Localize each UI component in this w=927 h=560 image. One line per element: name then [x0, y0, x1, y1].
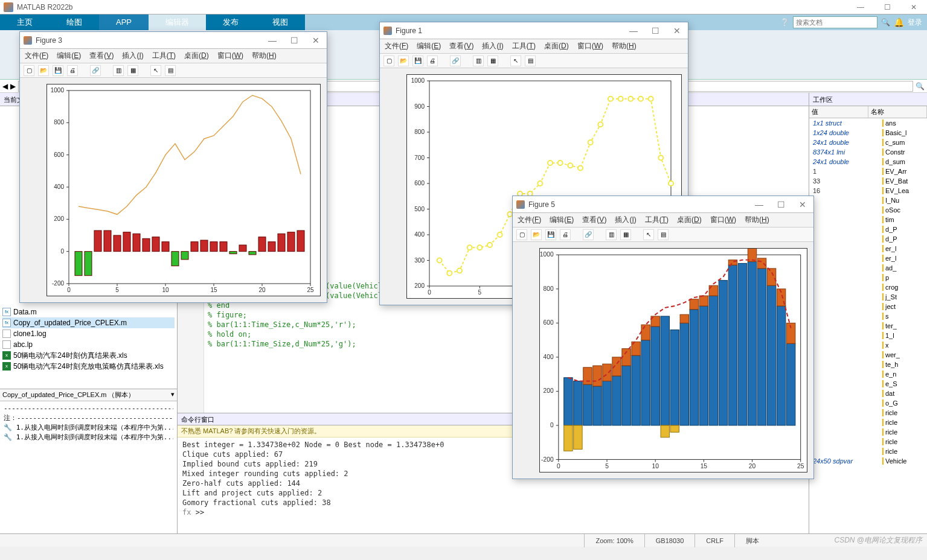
workspace-row[interactable]: ter_	[809, 321, 927, 331]
figure-menu-item[interactable]: 插入(I)	[615, 215, 636, 225]
workspace-row[interactable]: 24x1 doubled_sum	[809, 157, 927, 167]
workspace-row[interactable]: 24x50 sdpvarVehicle	[809, 456, 927, 466]
workspace-row[interactable]: p	[809, 273, 927, 282]
doc-search-input[interactable]	[793, 16, 877, 28]
figure-menu-item[interactable]: 桌面(D)	[544, 41, 569, 51]
workspace-row[interactable]: e_S	[809, 379, 927, 389]
workspace-row[interactable]: 33EV_Bat	[809, 176, 927, 186]
save-icon[interactable]: 💾	[545, 229, 556, 240]
print-icon[interactable]: 🖨	[67, 65, 78, 76]
workspace-row[interactable]: ricle	[809, 437, 927, 447]
file-item[interactable]: fxCopy_of_updated_Price_CPLEX.m	[2, 317, 175, 328]
tab-view[interactable]: 视图	[255, 14, 305, 30]
file-item[interactable]: fxData.m	[2, 307, 175, 317]
quickstart-link[interactable]: 快速入门	[268, 427, 294, 434]
tab-app[interactable]: APP	[99, 14, 149, 30]
save-icon[interactable]: 💾	[412, 56, 423, 66]
workspace-row[interactable]: 8374x1 lmiConstr	[809, 147, 927, 157]
minimize-button[interactable]: —	[748, 200, 770, 209]
pointer-icon[interactable]: ↖	[643, 229, 654, 240]
rotate-icon[interactable]: ▥	[113, 65, 124, 76]
workspace-row[interactable]: tim	[809, 215, 927, 224]
tab-home[interactable]: 主页	[0, 14, 50, 30]
maximize-button[interactable]: ☐	[874, 0, 900, 14]
open-icon[interactable]: 📂	[531, 229, 542, 240]
workspace-row[interactable]: j_St	[809, 292, 927, 302]
file-item[interactable]: clone1.log	[2, 328, 175, 339]
workspace-row[interactable]: 16EV_Lea	[809, 186, 927, 196]
print-icon[interactable]: 🖨	[427, 56, 438, 66]
link-icon[interactable]: 🔗	[90, 65, 101, 76]
grid-icon[interactable]: ▦	[620, 229, 631, 240]
workspace-row[interactable]: o_G	[809, 398, 927, 408]
open-icon[interactable]: 📂	[398, 56, 409, 66]
minimize-button[interactable]: —	[261, 36, 283, 45]
workspace-row[interactable]: te_h	[809, 360, 927, 369]
help-icon[interactable]: ❔	[780, 18, 789, 27]
workspace-row[interactable]: d_P	[809, 234, 927, 244]
workspace-row[interactable]: ricle	[809, 408, 927, 418]
workspace-row[interactable]: er_l	[809, 244, 927, 253]
search-icon[interactable]: 🔍	[881, 18, 890, 27]
col-name[interactable]: 名称	[868, 106, 928, 118]
open-icon[interactable]: 📂	[38, 65, 49, 76]
workspace-row[interactable]: dat	[809, 389, 927, 398]
col-value[interactable]: 值	[809, 106, 868, 118]
figure5-axes[interactable]: 0510152025-20002004006008001000	[539, 248, 807, 472]
link-icon[interactable]: 🔗	[583, 229, 594, 240]
figure-menu-item[interactable]: 工具(T)	[152, 51, 176, 61]
print-icon[interactable]: 🖨	[560, 229, 571, 240]
rotate-icon[interactable]: ▥	[473, 56, 484, 66]
login-link[interactable]: 登录	[908, 18, 922, 28]
grid-icon[interactable]: ▦	[487, 56, 498, 66]
close-button[interactable]: ✕	[666, 26, 688, 36]
file-item[interactable]: x50辆电动汽车24时刻充放电策略仿真结果表.xls	[2, 361, 175, 372]
close-button[interactable]: ✕	[305, 36, 327, 45]
workspace-row[interactable]: I_Nu	[809, 196, 927, 205]
figure-menu-item[interactable]: 插入(I)	[482, 41, 503, 51]
tab-editor[interactable]: 编辑器	[149, 14, 206, 30]
new-icon[interactable]: ▢	[24, 65, 34, 76]
figure-menu-item[interactable]: 插入(I)	[122, 51, 143, 61]
tab-plot[interactable]: 绘图	[50, 14, 99, 30]
figure-menu-item[interactable]: 文件(F)	[385, 41, 408, 51]
new-icon[interactable]: ▢	[516, 229, 527, 240]
figure-menu-item[interactable]: 文件(F)	[518, 215, 541, 225]
grid-icon[interactable]: ▦	[127, 65, 138, 76]
save-icon[interactable]: 💾	[53, 65, 63, 76]
workspace-row[interactable]: ricle	[809, 418, 927, 427]
figure-menu-item[interactable]: 帮助(H)	[252, 51, 277, 61]
figure-menu-item[interactable]: 帮助(H)	[612, 41, 637, 51]
figure-menu-item[interactable]: 窗口(W)	[217, 51, 243, 61]
rotate-icon[interactable]: ▥	[606, 229, 617, 240]
figure-menu-item[interactable]: 工具(T)	[645, 215, 669, 225]
workspace-row[interactable]: d_P	[809, 224, 927, 234]
maximize-button[interactable]: ☐	[283, 36, 305, 45]
figure-menu-item[interactable]: 桌面(D)	[184, 51, 209, 61]
figure3-window[interactable]: Figure 3 — ☐ ✕ 文件(F)编辑(E)查看(V)插入(I)工具(T)…	[19, 31, 327, 303]
figure-menu-item[interactable]: 查看(V)	[89, 51, 114, 61]
figure5-window[interactable]: Figure 5 — ☐ ✕ 文件(F)编辑(E)查看(V)插入(I)工具(T)…	[512, 196, 814, 479]
tab-publish[interactable]: 发布	[206, 14, 255, 30]
workspace-row[interactable]: oSoc	[809, 205, 927, 215]
figure-menu-item[interactable]: 工具(T)	[512, 41, 536, 51]
search-icon[interactable]: 🔍	[916, 82, 925, 91]
pointer-icon[interactable]: ↖	[150, 65, 161, 76]
notification-bell-icon[interactable]: 🔔	[894, 18, 904, 27]
maximize-button[interactable]: ☐	[770, 200, 792, 209]
dropdown-icon[interactable]: ▾	[171, 390, 175, 399]
figure-menu-item[interactable]: 桌面(D)	[677, 215, 702, 225]
figure-menu-item[interactable]: 查看(V)	[449, 41, 473, 51]
inspect-icon[interactable]: ▤	[165, 65, 176, 76]
workspace-row[interactable]: ricle	[809, 447, 927, 456]
figure-menu-item[interactable]: 编辑(E)	[550, 215, 574, 225]
workspace-row[interactable]: wer_	[809, 350, 927, 360]
workspace-row[interactable]: er_l	[809, 253, 927, 263]
workspace-row[interactable]: crog	[809, 282, 927, 292]
fwd-icon[interactable]: ▶	[10, 82, 16, 91]
inspect-icon[interactable]: ▤	[525, 56, 536, 66]
new-icon[interactable]: ▢	[383, 56, 394, 66]
figure-menu-item[interactable]: 编辑(E)	[417, 41, 441, 51]
minimize-button[interactable]: —	[623, 26, 644, 36]
workspace-row[interactable]: e_n	[809, 369, 927, 379]
